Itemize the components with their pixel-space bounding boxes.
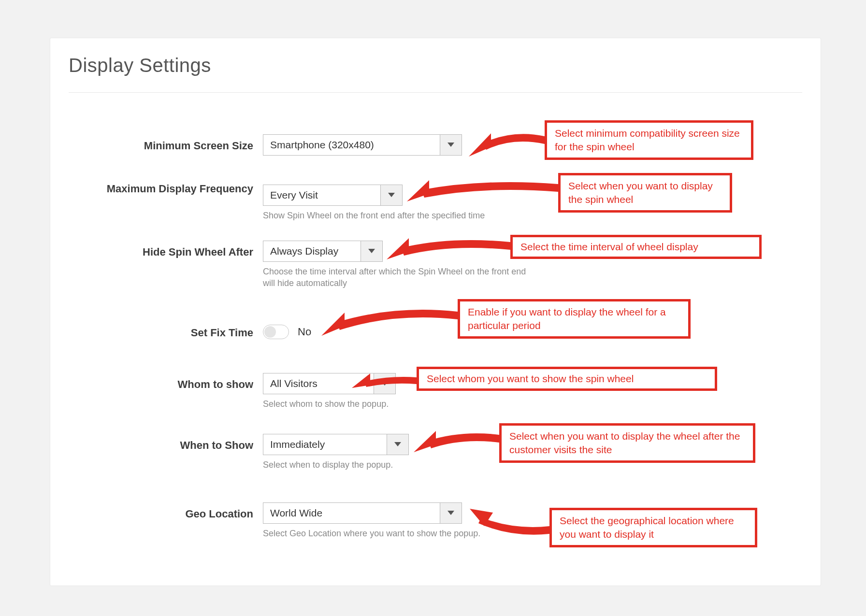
chevron-down-icon <box>440 503 462 523</box>
callout-max-freq: Select when you want to display the spin… <box>558 173 732 213</box>
arrow-icon <box>414 428 499 452</box>
toggle-knob <box>264 326 276 338</box>
callout-geo: Select the geographical location where y… <box>549 508 757 547</box>
arrow-icon <box>469 125 545 157</box>
select-when-value: Immediately <box>263 434 387 455</box>
helper-when: Select when to display the popup. <box>263 459 409 471</box>
field-fix-time: No <box>263 321 311 343</box>
svg-marker-4 <box>394 442 401 446</box>
helper-whom: Select whom to show the popup. <box>263 398 396 410</box>
toggle-fix-time[interactable] <box>263 325 289 339</box>
field-when: Immediately Select when to display the p… <box>263 434 409 471</box>
callout-when: Select when you want to display the whee… <box>499 423 755 463</box>
select-when[interactable]: Immediately <box>263 434 409 455</box>
chevron-down-icon <box>440 135 462 155</box>
label-min-screen: Minimum Screen Size <box>50 139 253 152</box>
helper-geo: Select Geo Location where you want to sh… <box>263 528 480 539</box>
arrow-icon <box>321 302 458 336</box>
arrow-icon <box>352 373 417 388</box>
helper-max-freq: Show Spin Wheel on the front end after t… <box>263 210 485 221</box>
callout-hide-after: Select the time interval of wheel displa… <box>510 235 762 259</box>
field-geo: World Wide Select Geo Location where you… <box>263 502 480 539</box>
select-geo[interactable]: World Wide <box>263 502 462 524</box>
field-min-screen: Smartphone (320x480) <box>263 134 462 156</box>
chevron-down-icon <box>380 185 402 205</box>
svg-marker-5 <box>447 511 454 515</box>
label-whom: Whom to show <box>50 378 253 391</box>
svg-marker-0 <box>447 143 454 147</box>
toggle-fix-time-state: No <box>298 326 311 338</box>
label-geo: Geo Location <box>50 507 253 520</box>
callout-min-screen: Select minimum compatibility screen size… <box>545 120 753 160</box>
title-divider <box>69 92 802 93</box>
helper-hide-after: Choose the time interval after which the… <box>263 266 538 289</box>
select-min-screen-value: Smartphone (320x480) <box>263 135 440 155</box>
label-hide-after: Hide Spin Wheel After <box>50 245 253 258</box>
select-geo-value: World Wide <box>263 503 440 523</box>
svg-marker-1 <box>388 193 395 197</box>
callout-whom: Select whom you want to show the spin wh… <box>417 367 717 391</box>
chevron-down-icon <box>361 241 382 261</box>
arrow-icon <box>387 235 510 259</box>
select-min-screen[interactable]: Smartphone (320x480) <box>263 134 462 156</box>
svg-marker-2 <box>368 249 375 253</box>
label-fix-time: Set Fix Time <box>50 326 253 339</box>
page-title: Display Settings <box>69 55 211 76</box>
select-max-freq-value: Every Visit <box>263 185 380 205</box>
select-hide-after-value: Always Display <box>263 241 361 261</box>
label-when: When to Show <box>50 439 253 452</box>
label-max-freq: Maximum Display Frequency <box>50 182 253 195</box>
callout-fix-time: Enable if you want to display the wheel … <box>458 299 691 339</box>
select-max-freq[interactable]: Every Visit <box>263 185 403 206</box>
chevron-down-icon <box>387 434 408 455</box>
select-hide-after[interactable]: Always Display <box>263 241 383 262</box>
arrow-icon <box>470 509 549 536</box>
arrow-icon <box>407 177 558 201</box>
